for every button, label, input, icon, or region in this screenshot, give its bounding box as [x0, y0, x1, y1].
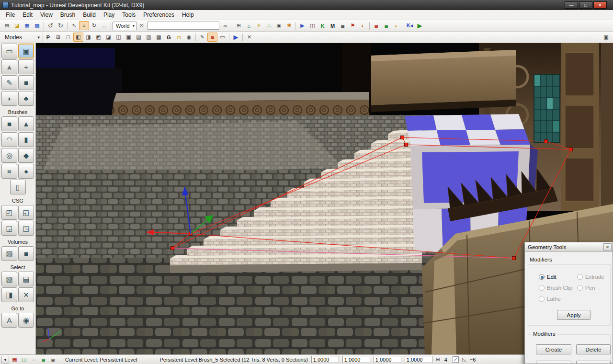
viewport-style-5-icon[interactable]: ◪ [103, 33, 114, 42]
new-file-icon[interactable]: ▤ [2, 21, 12, 30]
camera-speed-icon[interactable]: ◙ [39, 356, 47, 364]
menu-play[interactable]: Play [100, 11, 118, 19]
save-icon[interactable]: ▦ [22, 21, 32, 30]
viewport-style-10-icon[interactable]: ▦ [154, 33, 164, 42]
brush-pen-icon[interactable]: ✎ [197, 33, 207, 42]
camera-icon[interactable]: ◙ [338, 21, 348, 30]
csg-intersect-button[interactable]: ◲ [1, 221, 17, 236]
square-viewport-icon[interactable]: ▭ [217, 33, 227, 42]
camera-active-icon[interactable]: ◙ [207, 33, 217, 42]
scale-tool-icon[interactable]: ↔ [99, 21, 109, 30]
select-invert-button[interactable]: ◨ [1, 287, 17, 302]
asset-icon[interactable]: ◐ [391, 21, 401, 30]
game-view-icon[interactable]: G [164, 33, 174, 42]
brush-spiral-stair-button[interactable]: ◎ [1, 148, 17, 163]
partial-button-left[interactable] [536, 361, 571, 364]
select-bucket-button[interactable]: ▤ [18, 272, 34, 286]
dock-window-icon[interactable]: ▣ [601, 33, 611, 42]
mesh-paint-mode-button[interactable]: ✎ [1, 75, 17, 90]
search-input[interactable] [148, 22, 219, 30]
camera-move-mode-button[interactable]: + [18, 59, 34, 74]
rotation-grid-value[interactable]: ~6 [470, 357, 476, 363]
build-all-icon[interactable]: ✱ [284, 21, 294, 30]
build-cover-icon[interactable]: ◉ [274, 21, 284, 30]
goto-actor-button[interactable]: ◉ [18, 313, 34, 328]
texture-mode-button[interactable]: ◗ [1, 91, 17, 106]
kismet-back-icon[interactable]: K◂ [405, 21, 415, 30]
rotation-snap-icon[interactable]: ◺ [460, 356, 468, 364]
radio-edit[interactable]: Edit [539, 274, 556, 280]
radio-brush-clip[interactable]: Brush Clip [539, 285, 572, 291]
menu-view[interactable]: View [36, 11, 57, 19]
drag-grid-field-3[interactable] [374, 356, 401, 363]
viewport-style-6-icon[interactable]: ◫ [114, 33, 124, 42]
status-dropdown[interactable]: ▾ [1, 356, 9, 364]
play-level-icon[interactable]: ▶ [415, 21, 425, 30]
terrain-mode-button[interactable]: ▲ [1, 59, 17, 74]
world-dropdown[interactable]: World ▾ [113, 22, 136, 30]
volume-box-button[interactable]: ▨ [1, 246, 17, 261]
viewport-style-2-icon[interactable]: ◧ [73, 33, 83, 42]
viewport-style-3-icon[interactable]: ◨ [83, 33, 93, 42]
viewport-style-7-icon[interactable]: ▣ [124, 33, 134, 42]
viewport-style-1-icon[interactable]: ◻ [63, 33, 73, 42]
grid-snap-icon[interactable]: ⊞ [434, 356, 442, 364]
play-in-viewport-icon[interactable]: ▶ [297, 21, 307, 30]
lock-viewport-icon[interactable]: ◘ [174, 33, 184, 42]
select-fill-button[interactable]: ▧ [1, 272, 17, 286]
menu-tools[interactable]: Tools [118, 11, 139, 19]
flag-icon[interactable]: ⚑ [348, 21, 358, 30]
select-tool-icon[interactable]: ↖ [69, 21, 79, 30]
csg-deintersect-button[interactable]: ◳ [18, 221, 34, 236]
snap-checkbox[interactable]: ✓ [453, 356, 459, 363]
grid-size-value[interactable]: 4 [444, 357, 447, 363]
brush-curved-stair-button[interactable]: ◠ [1, 132, 17, 147]
viewport-style-4-icon[interactable]: ◩ [93, 33, 103, 42]
drag-grid-field-4[interactable] [405, 356, 432, 363]
fullscreen-icon[interactable]: ⊞ [234, 21, 244, 30]
translate-tool-icon[interactable]: + [79, 21, 89, 30]
kismet-icon[interactable]: K [318, 21, 328, 30]
sliders-icon[interactable]: ≡ [30, 356, 38, 364]
brush-sheet-button[interactable]: ◆ [18, 148, 34, 163]
menu-edit[interactable]: Edit [19, 11, 36, 19]
csg-add-button[interactable]: ◰ [1, 205, 17, 220]
modes-dropdown[interactable]: Modes ▾ [2, 32, 43, 43]
create-button[interactable]: Create [536, 344, 571, 354]
content-browser-icon[interactable]: ◫ [307, 21, 318, 30]
eye-icon[interactable]: ◉ [184, 33, 194, 42]
minimize-button[interactable]: — [565, 1, 578, 9]
play-viewport-icon[interactable]: ▶ [231, 33, 241, 42]
radio-extrude[interactable]: Extrude [577, 274, 604, 280]
close-button[interactable]: ✕ [593, 1, 607, 9]
dialog-close-button[interactable]: ✕ [603, 243, 612, 250]
brush-sphere-button[interactable]: ● [18, 164, 34, 179]
preview-toggle-icon[interactable]: P [43, 33, 53, 42]
camera-speed-icon[interactable]: ◙ [381, 21, 391, 30]
camera-icon[interactable]: ◙ [49, 356, 57, 364]
maximize-button[interactable]: □ [579, 1, 592, 9]
menu-build[interactable]: Build [79, 11, 100, 19]
drag-grid-field-2[interactable] [342, 356, 370, 363]
menu-file[interactable]: File [2, 11, 19, 19]
menu-brush[interactable]: Brush [57, 11, 79, 19]
camera-record-icon[interactable]: ◙ [371, 21, 381, 30]
radio-pen[interactable]: Pen [577, 285, 595, 291]
geometry-mode-button[interactable]: ▣ [18, 44, 34, 58]
matinee-icon[interactable]: M [328, 21, 338, 30]
csg-subtract-button[interactable]: ◱ [18, 205, 34, 220]
window-titlebar[interactable]: Tutorial_map - Unreal Development Kit (3… [0, 0, 613, 10]
binoculars-icon[interactable]: ∞ [220, 21, 230, 30]
redo-icon[interactable]: ↻ [56, 21, 66, 30]
select-none-button[interactable]: ✕ [18, 287, 34, 302]
foliage-mode-button[interactable]: ♣ [18, 91, 34, 106]
build-paths-icon[interactable]: ∴ [264, 21, 274, 30]
brush-cylinder-button[interactable]: ▮ [18, 132, 34, 147]
build-lighting-icon[interactable]: ☀ [254, 21, 264, 30]
partial-button-right[interactable] [576, 361, 611, 364]
viewport-style-9-icon[interactable]: ▥ [144, 33, 154, 42]
brush-cone-button[interactable]: ▲ [18, 116, 34, 131]
apply-button[interactable]: Apply [557, 310, 590, 320]
world-properties-icon[interactable]: ◐ [358, 21, 368, 30]
volume-cube-button[interactable]: ■ [18, 246, 34, 261]
